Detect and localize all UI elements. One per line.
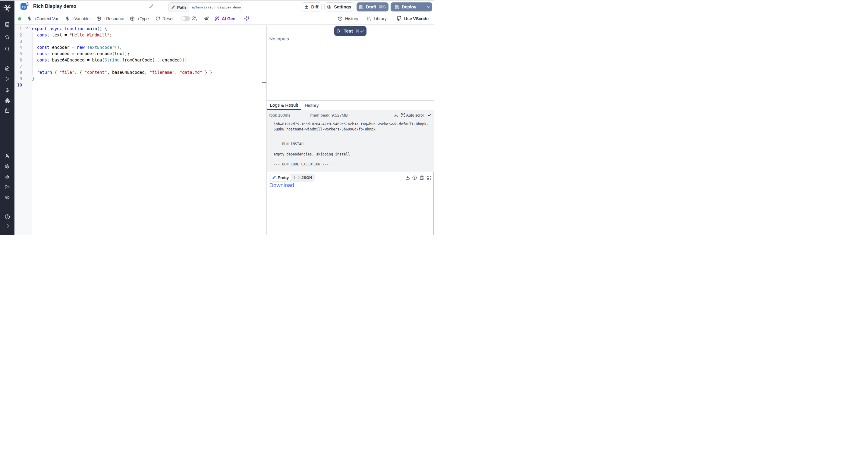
copy-result-button[interactable] [420, 175, 424, 180]
deploy-dropdown-button[interactable] [426, 2, 432, 11]
edit-title-button[interactable] [149, 4, 153, 8]
multiplayer-users-icon[interactable] [192, 13, 197, 24]
editor-history-button[interactable]: History [338, 13, 358, 24]
code-line[interactable]: 1export async function main() { [14, 26, 267, 32]
pretty-toggle-button[interactable]: Pretty [270, 174, 291, 181]
wand-sparkles-icon [215, 16, 219, 21]
sidebar-divider [0, 58, 14, 58]
test-button[interactable]: Test [334, 26, 367, 36]
sidebar-item-help[interactable] [0, 214, 14, 219]
sidebar-item-home[interactable] [0, 66, 14, 71]
library-icon [367, 16, 371, 21]
sidebar-item-variables[interactable] [0, 88, 14, 93]
clipboard-paste-icon [420, 175, 424, 180]
sidebar-item-collapse[interactable] [0, 224, 14, 228]
arrow-right-icon [5, 224, 10, 228]
code-line[interactable]: 2 const text = "Hello Windmill"; [14, 32, 267, 38]
download-result-button[interactable] [405, 175, 410, 180]
expand-result-button[interactable] [427, 175, 432, 180]
multiplayer-toggle[interactable] [181, 13, 190, 24]
tab-history[interactable]: History [301, 101, 322, 110]
package-icon [130, 16, 135, 21]
code-line[interactable]: 7 [14, 63, 267, 70]
home-icon [5, 66, 10, 71]
auto-scroll-label[interactable]: Auto scroll [406, 113, 425, 118]
code-line[interactable]: 4 const encoder = new TextEncoder(); [14, 44, 267, 51]
overview-ruler-border [262, 25, 262, 235]
windmill-logo-icon[interactable] [0, 4, 14, 12]
ai-suggest-button[interactable] [244, 13, 249, 24]
sidebar-item-settings[interactable] [0, 164, 14, 169]
dollar-icon [5, 88, 10, 93]
library-button[interactable]: Library [367, 13, 387, 24]
pen-line-icon [272, 175, 276, 180]
package-icon [96, 16, 101, 21]
expand-logs-button[interactable] [401, 113, 405, 118]
ai-gen-button[interactable]: AI Gen [215, 13, 236, 24]
diff-icon [304, 5, 309, 9]
download-logs-button[interactable] [394, 113, 398, 118]
sidebar-item-schedules[interactable] [0, 108, 14, 113]
duration-label: took 100ms [270, 113, 290, 118]
github-icon [397, 16, 402, 21]
sidebar-item-resources[interactable] [0, 98, 14, 103]
gear-icon [5, 164, 10, 169]
eye-icon [5, 195, 10, 200]
run-panel: Test No inputs Logs & Result History too… [267, 25, 434, 235]
deploy-button[interactable]: Deploy [391, 2, 421, 11]
path-edit-button[interactable]: Path [168, 3, 189, 12]
sidebar-item-favorites[interactable] [0, 34, 14, 39]
users-icon [192, 16, 197, 21]
user-icon [5, 153, 10, 158]
use-vscode-button[interactable]: Use VScode [397, 13, 429, 24]
sidebar-item-account[interactable] [0, 153, 14, 158]
code-line[interactable]: 5 const encoded = encoder.encode(text); [14, 51, 267, 57]
expand-icon [427, 175, 432, 180]
code-area[interactable]: 1export async function main() {2 const t… [14, 26, 267, 88]
add-context-var-button[interactable]: +Context Var [27, 13, 59, 24]
sidebar-item-search[interactable] [0, 46, 14, 51]
result-scrollbar[interactable] [433, 172, 434, 235]
path-value[interactable]: u/henri/rich_display_demo [189, 3, 242, 12]
json-toggle-button[interactable]: { } JSON [291, 174, 314, 181]
command-icon [355, 29, 360, 33]
diff-button[interactable]: Diff [302, 2, 321, 11]
code-line[interactable]: 6 const base64Encoded = btoa(String.from… [14, 57, 267, 63]
download-link[interactable]: Download [270, 182, 294, 189]
baby-emoji-icon [25, 2, 30, 6]
tab-logs-result[interactable]: Logs & Result [267, 101, 301, 110]
indent-guide [32, 32, 33, 75]
dollar-icon [65, 16, 70, 21]
history-icon [338, 16, 343, 21]
deploy-split-button: Deploy [391, 2, 432, 11]
dollar-icon [27, 16, 32, 21]
result-section: Pretty { } JSON Download [267, 171, 434, 235]
draft-button[interactable]: Draft ⌘S [356, 2, 389, 11]
sidebar-item-folders[interactable] [0, 185, 14, 190]
add-resource-button[interactable]: +Resource [96, 13, 124, 24]
check-icon[interactable] [427, 113, 432, 118]
code-line[interactable]: 9} [14, 75, 267, 82]
sidebar-item-workers[interactable] [0, 175, 14, 179]
toggle-switch[interactable] [181, 16, 190, 21]
download-icon [405, 175, 410, 180]
sidebar-item-workspace[interactable] [0, 22, 14, 27]
sidebar-item-runs[interactable] [0, 76, 14, 81]
path-box: Path u/henri/rich_display_demo [168, 2, 242, 12]
format-code-button[interactable] [204, 13, 209, 24]
result-info-button[interactable] [412, 175, 417, 180]
code-line[interactable]: 3 [14, 38, 267, 44]
overview-ruler-cursor [262, 82, 267, 83]
corner-down-left-icon [360, 29, 364, 33]
add-variable-button[interactable]: +Variable [65, 13, 90, 24]
reset-icon [156, 16, 160, 21]
log-output[interactable]: job=01912d75-163d-8204-47c9-5469c516cb1e… [274, 122, 430, 167]
code-editor[interactable]: 1export async function main() {2 const t… [14, 25, 267, 235]
code-line[interactable]: 8 return { "file": { "content": base64En… [14, 69, 267, 75]
reset-button[interactable]: Reset [156, 13, 174, 24]
sidebar-item-audit-logs[interactable] [0, 195, 14, 200]
add-type-button[interactable]: +Type [130, 13, 149, 24]
code-line[interactable]: 10 [14, 82, 267, 88]
settings-button[interactable]: Settings [324, 2, 354, 11]
boxes-icon [5, 98, 10, 103]
